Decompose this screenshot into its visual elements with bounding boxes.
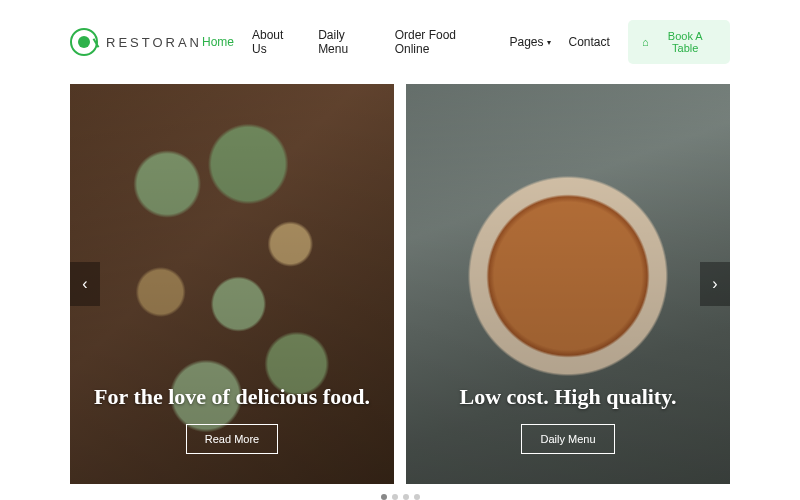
carousel-dot-2[interactable] bbox=[392, 494, 398, 500]
nav-daily-menu[interactable]: Daily Menu bbox=[318, 28, 377, 56]
nav-pages-label: Pages bbox=[509, 35, 543, 49]
nav-order-online[interactable]: Order Food Online bbox=[395, 28, 492, 56]
nav-about-us[interactable]: About Us bbox=[252, 28, 300, 56]
home-icon: ⌂ bbox=[642, 36, 649, 48]
nav-contact[interactable]: Contact bbox=[569, 35, 610, 49]
brand-name: RESTORAN bbox=[106, 35, 202, 50]
carousel-dot-3[interactable] bbox=[403, 494, 409, 500]
cta-label: Book A Table bbox=[655, 30, 716, 54]
book-table-button[interactable]: ⌂ Book A Table bbox=[628, 20, 730, 64]
carousel-dot-1[interactable] bbox=[381, 494, 387, 500]
site-header: RESTORAN Home About Us Daily Menu Order … bbox=[0, 0, 800, 84]
slide-1-title: For the love of delicious food. bbox=[94, 384, 370, 410]
nav-home[interactable]: Home bbox=[202, 35, 234, 49]
slide-2-button[interactable]: Daily Menu bbox=[521, 424, 614, 454]
slide-2-title: Low cost. High quality. bbox=[460, 384, 677, 410]
fork-plate-icon bbox=[70, 28, 98, 56]
slide-1-button[interactable]: Read More bbox=[186, 424, 278, 454]
carousel-prev-button[interactable]: ‹ bbox=[70, 262, 100, 306]
carousel-dots bbox=[0, 494, 800, 500]
nav-pages[interactable]: Pages ▾ bbox=[509, 35, 550, 49]
main-nav: Home About Us Daily Menu Order Food Onli… bbox=[202, 20, 730, 64]
chevron-right-icon: › bbox=[712, 275, 717, 293]
carousel-next-button[interactable]: › bbox=[700, 262, 730, 306]
hero-slide-2: Low cost. High quality. Daily Menu bbox=[406, 84, 730, 484]
hero-carousel: ‹ For the love of delicious food. Read M… bbox=[0, 84, 800, 484]
carousel-dot-4[interactable] bbox=[414, 494, 420, 500]
chevron-left-icon: ‹ bbox=[82, 275, 87, 293]
brand-logo[interactable]: RESTORAN bbox=[70, 28, 202, 56]
hero-slide-1: For the love of delicious food. Read Mor… bbox=[70, 84, 394, 484]
chevron-down-icon: ▾ bbox=[547, 38, 551, 47]
